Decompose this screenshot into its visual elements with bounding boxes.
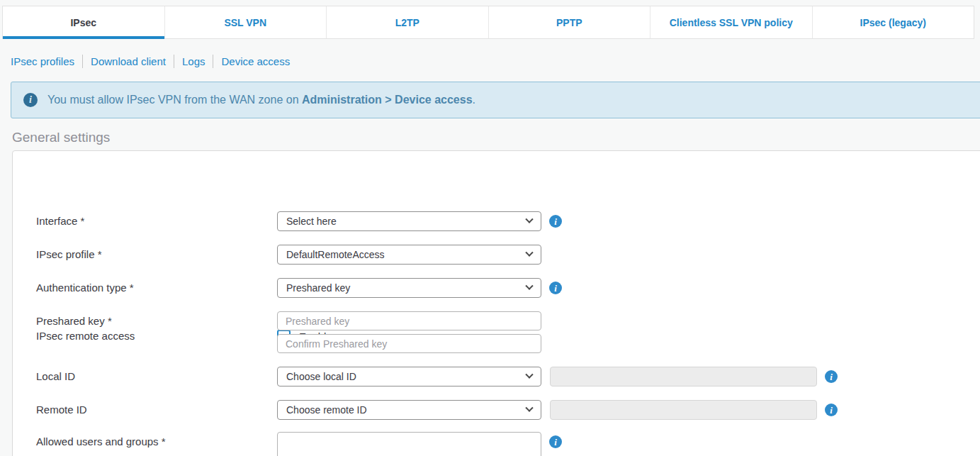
preshared-key-input[interactable] xyxy=(277,311,541,330)
field-label: Authentication type * xyxy=(36,278,277,298)
authentication-type-info-icon[interactable]: i xyxy=(549,282,562,294)
select-value: DefaultRemoteAccess xyxy=(286,249,526,260)
chevron-down-icon xyxy=(525,249,533,257)
tab-ipsec[interactable]: IPsec xyxy=(3,6,165,38)
banner-text: You must allow IPsec VPN from the WAN zo… xyxy=(47,94,475,106)
tab-l2tp[interactable]: L2TP xyxy=(327,6,489,38)
row-allowed-users: Allowed users and groups * i xyxy=(13,432,980,456)
subnav-item-device-access[interactable]: Device access xyxy=(221,55,290,67)
remote-id-info-icon[interactable]: i xyxy=(825,404,838,416)
subnav-divider xyxy=(174,55,174,68)
confirm-preshared-key-input[interactable] xyxy=(277,334,541,353)
tab-clientless-ssl-vpn-policy[interactable]: Clientless SSL VPN policy xyxy=(650,6,813,38)
select-value: Choose remote ID xyxy=(286,404,526,416)
select-value: Preshared key xyxy=(286,282,526,294)
subnav-item-logs[interactable]: Logs xyxy=(182,55,205,67)
subnav-divider xyxy=(82,55,83,68)
info-banner: i You must allow IPsec VPN from the WAN … xyxy=(11,82,980,118)
field-label: IPsec profile * xyxy=(36,245,277,265)
field-label: Allowed users and groups * xyxy=(36,432,277,452)
local-id-select[interactable]: Choose local ID xyxy=(277,367,541,387)
allowed-users-input[interactable] xyxy=(277,432,541,456)
remote-id-select[interactable]: Choose remote ID xyxy=(277,400,541,420)
chevron-down-icon xyxy=(525,216,533,223)
field-label: Remote ID xyxy=(36,400,277,420)
subnav-divider xyxy=(213,55,213,68)
info-icon: i xyxy=(23,93,38,107)
local-id-value-input xyxy=(550,367,817,387)
interface-info-icon[interactable]: i xyxy=(549,215,562,228)
tab-pptp[interactable]: PPTP xyxy=(489,6,651,38)
row-local-id: Local ID Choose local ID i xyxy=(13,367,980,387)
subnav-item-ipsec-profiles[interactable]: IPsec profiles xyxy=(11,55,74,67)
ipsec-profile-select[interactable]: DefaultRemoteAccess xyxy=(277,245,541,265)
banner-bold-link: Administration > Device access xyxy=(302,94,473,106)
tab-label: IPsec xyxy=(70,17,96,28)
row-interface: Interface * Select here i xyxy=(13,211,980,231)
tab-label: Clientless SSL VPN policy xyxy=(670,17,793,28)
tab-label: PPTP xyxy=(556,17,582,28)
interface-select[interactable]: Select here xyxy=(277,211,541,231)
select-value: Choose local ID xyxy=(286,371,526,382)
chevron-down-icon xyxy=(525,371,533,379)
tab-label: L2TP xyxy=(395,17,419,28)
subnav: IPsec profiles Download client Logs Devi… xyxy=(11,52,290,70)
chevron-down-icon xyxy=(525,282,533,290)
remote-id-value-input xyxy=(550,400,817,420)
general-settings-panel: IPsec remote access Enable Interface * S… xyxy=(12,150,980,456)
select-value: Select here xyxy=(286,216,526,227)
tab-label: SSL VPN xyxy=(224,17,266,28)
authentication-type-select[interactable]: Preshared key xyxy=(277,278,541,298)
allowed-users-info-icon[interactable]: i xyxy=(549,435,562,448)
subnav-item-download-client[interactable]: Download client xyxy=(91,55,166,67)
field-label: Interface * xyxy=(36,211,277,231)
preshared-key-inputs xyxy=(277,311,541,353)
vpn-tab-bar: IPsec SSL VPN L2TP PPTP Clientless SSL V… xyxy=(2,6,974,39)
row-preshared-key: Preshared key * xyxy=(13,311,980,354)
row-remote-id: Remote ID Choose remote ID i xyxy=(13,400,980,420)
tab-label: IPsec (legacy) xyxy=(860,17,926,28)
tab-ssl-vpn[interactable]: SSL VPN xyxy=(165,6,327,38)
row-authentication-type: Authentication type * Preshared key i xyxy=(13,278,980,298)
page-title: General settings xyxy=(12,130,110,145)
local-id-info-icon[interactable]: i xyxy=(825,370,838,383)
chevron-down-icon xyxy=(525,404,533,412)
row-ipsec-profile: IPsec profile * DefaultRemoteAccess xyxy=(13,245,980,265)
field-label: Local ID xyxy=(36,367,277,387)
field-label: Preshared key * xyxy=(36,311,277,331)
tab-ipsec-legacy[interactable]: IPsec (legacy) xyxy=(813,6,974,38)
